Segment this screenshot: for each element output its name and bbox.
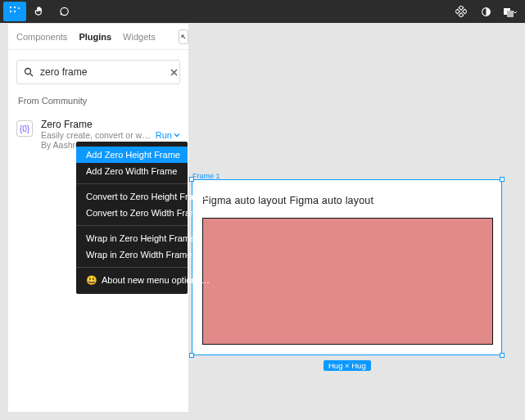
panel-tabs: Components Plugins Widgets [8, 24, 188, 50]
topbar [0, 0, 525, 23]
arrow-up-left-icon [179, 33, 188, 41]
dd-convert-zero-height[interactable]: Convert to Zero Height Frame [76, 188, 188, 205]
selection-handle-tr[interactable] [500, 177, 505, 182]
topbar-right [450, 2, 522, 21]
selection-handle-bl[interactable] [189, 353, 194, 358]
frame-inner-rectangle[interactable] [202, 218, 493, 345]
hand-icon [34, 6, 45, 17]
plugin-run-button[interactable]: Run [156, 130, 180, 140]
dropdown-separator [76, 267, 188, 268]
svg-rect-6 [455, 9, 459, 14]
search-icon [24, 67, 34, 77]
dark-mode-button[interactable] [474, 2, 497, 21]
svg-rect-3 [14, 11, 16, 12]
grid-icon [9, 6, 20, 17]
smile-icon: 😃 [86, 275, 97, 285]
figma-menu-button[interactable] [3, 2, 26, 21]
topbar-left [3, 2, 75, 21]
clear-search-button[interactable] [170, 68, 179, 77]
diamond-grid-icon [455, 6, 467, 17]
contrast-icon [481, 7, 491, 17]
section-from-community: From Community [8, 91, 188, 114]
plugin-description: Easily create, convert or wrap lay… [41, 130, 151, 140]
dd-convert-zero-width[interactable]: Convert to Zero Width Frame [76, 205, 188, 221]
chevron-down-icon [174, 132, 180, 138]
svg-rect-4 [459, 6, 464, 10]
selected-frame[interactable]: Frame 1 Figma auto layout Figma auto lay… [192, 179, 502, 355]
dd-about[interactable]: 😃About new menu options… [76, 272, 188, 289]
plugin-icon: {0} [16, 120, 33, 137]
search-input[interactable] [40, 66, 163, 78]
selection-handle-br[interactable] [500, 353, 505, 358]
search-row [8, 50, 188, 91]
dd-about-label: About new menu options… [102, 275, 210, 285]
comment-icon [58, 6, 70, 17]
svg-rect-5 [459, 13, 464, 17]
overlap-button[interactable] [499, 2, 522, 21]
svg-rect-10 [507, 11, 514, 17]
plugin-actions-dropdown: Add Zero Height Frame Add Zero Width Fra… [76, 142, 188, 294]
dd-add-zero-height[interactable]: Add Zero Height Frame [76, 147, 188, 163]
svg-point-12 [25, 69, 31, 75]
frame-text-layer[interactable]: Figma auto layout Figma auto layout [202, 195, 373, 206]
run-label: Run [156, 130, 172, 140]
tab-components[interactable]: Components [16, 32, 67, 42]
svg-rect-0 [10, 7, 11, 8]
frame-label[interactable]: Frame 1 [192, 172, 220, 180]
svg-rect-7 [463, 9, 467, 14]
selection-handle-tl[interactable] [189, 177, 194, 182]
components-button[interactable] [450, 2, 473, 21]
dd-wrap-zero-height[interactable]: Wrap in Zero Height Frame [76, 230, 188, 246]
svg-rect-2 [10, 11, 11, 12]
dropdown-separator [76, 183, 188, 184]
frame-size-badge: Hug × Hug [324, 360, 371, 371]
tab-plugins[interactable]: Plugins [79, 32, 111, 42]
plugin-name: Zero Frame [41, 119, 180, 130]
tab-widgets[interactable]: Widgets [123, 32, 156, 42]
svg-rect-1 [14, 7, 16, 8]
dd-add-zero-width[interactable]: Add Zero Width Frame [76, 163, 188, 179]
dd-wrap-zero-width[interactable]: Wrap in Zero Width Frame [76, 246, 188, 263]
hand-tool-button[interactable] [28, 2, 51, 21]
dropdown-separator [76, 225, 188, 226]
mask-icon [503, 7, 518, 17]
comment-tool-button[interactable] [52, 2, 75, 21]
panel-back-button[interactable] [179, 29, 188, 44]
search-box[interactable] [16, 60, 180, 84]
